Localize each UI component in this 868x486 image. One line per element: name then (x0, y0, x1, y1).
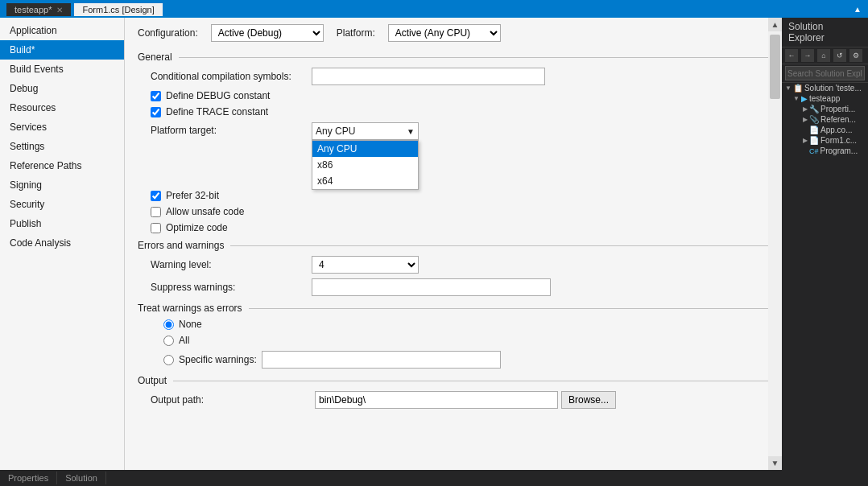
tree-item-references[interactable]: ▶ 📎 Referen... (782, 114, 868, 125)
scroll-down-button[interactable]: ▼ (768, 456, 782, 470)
suppress-warnings-row: Suppress warnings: (151, 278, 769, 296)
settings-button[interactable]: ⚙ (849, 49, 862, 62)
expand-arrow-properties: ▶ (803, 105, 808, 113)
platform-select-top[interactable]: Active (Any CPU) (388, 24, 501, 42)
output-path-input[interactable] (315, 391, 558, 409)
define-trace-row: Define TRACE constant (151, 106, 769, 117)
tree-item-properties[interactable]: ▶ 🔧 Properti... (782, 104, 868, 114)
platform-target-label: Platform target: (151, 122, 312, 136)
define-debug-checkbox[interactable] (151, 91, 161, 101)
errors-warnings-section-header: Errors and warnings (138, 240, 769, 251)
program-icon: C# (809, 147, 819, 155)
home-button[interactable]: ⌂ (817, 49, 830, 62)
warning-level-select[interactable]: 4 (312, 256, 419, 274)
conditional-compilation-input[interactable] (312, 68, 545, 85)
optimize-code-row: Optimize code (151, 222, 769, 233)
solution-explorer-title: Solution Explorer (782, 18, 868, 47)
optimize-code-checkbox[interactable] (151, 223, 161, 233)
treat-warnings-none-row: None (163, 319, 769, 330)
close-tab-testeapp[interactable]: ✕ (56, 6, 63, 14)
conditional-compilation-row: Conditional compilation symbols: (151, 68, 769, 85)
sidebar: Application Build* Build Events Debug Re… (0, 18, 125, 470)
sidebar-item-code-analysis[interactable]: Code Analysis (0, 233, 124, 253)
tree-label-appconfig: App.co... (820, 126, 852, 134)
define-debug-row: Define DEBUG constant (151, 90, 769, 101)
solution-explorer-panel: Solution Explorer ← → ⌂ ↺ ⚙ ▼ 📋 Solution… (782, 18, 868, 470)
general-section-header: General (138, 51, 769, 63)
platform-target-display[interactable]: Any CPU ▼ (312, 122, 419, 140)
sidebar-item-reference-paths[interactable]: Reference Paths (0, 156, 124, 175)
platform-label: Platform: (337, 27, 375, 39)
refresh-button[interactable]: ↺ (833, 49, 846, 62)
properties-tab[interactable]: Properties (0, 472, 57, 484)
sidebar-item-resources[interactable]: Resources (0, 98, 124, 117)
specific-warnings-input[interactable] (262, 351, 501, 369)
sidebar-item-security[interactable]: Security (0, 195, 124, 214)
tab-testeapp[interactable]: testeapp* ✕ (6, 2, 71, 16)
define-trace-checkbox[interactable] (151, 107, 161, 117)
sidebar-item-application[interactable]: Application (0, 21, 124, 40)
solution-icon: 📋 (793, 84, 803, 93)
tree-label-testeapp: testeapp (809, 94, 840, 103)
properties-icon: 🔧 (809, 105, 819, 113)
sidebar-item-build-events[interactable]: Build Events (0, 60, 124, 79)
allow-unsafe-row: Allow unsafe code (151, 206, 769, 217)
suppress-warnings-input[interactable] (312, 278, 551, 296)
prefer-32bit-row: Prefer 32-bit (151, 190, 769, 201)
platform-target-value: Any CPU (316, 126, 407, 137)
tree-label-properties: Properti... (820, 105, 855, 113)
tree-item-testeapp[interactable]: ▼ ▶ testeapp (782, 93, 868, 104)
treat-warnings-none-radio[interactable] (163, 319, 174, 330)
treat-warnings-specific-row: Specific warnings: (163, 351, 769, 369)
output-path-label: Output path: (151, 394, 312, 406)
treat-warnings-all-radio[interactable] (163, 336, 174, 346)
tree-item-appconfig[interactable]: 📄 App.co... (782, 125, 868, 135)
browse-button[interactable]: Browse... (561, 391, 616, 409)
treat-warnings-none-label: None (179, 319, 202, 330)
tree-label-references: Referen... (820, 115, 856, 124)
sidebar-item-build[interactable]: Build* (0, 40, 124, 60)
tree-label-program: Program... (820, 146, 858, 155)
title-bar: testeapp* ✕ Form1.cs [Design] ▲ (0, 0, 868, 18)
platform-dropdown-arrow: ▼ (407, 127, 415, 136)
tree-label-solution: Solution 'teste... (804, 84, 862, 93)
allow-unsafe-checkbox[interactable] (151, 207, 161, 217)
sidebar-item-debug[interactable]: Debug (0, 79, 124, 98)
prefer-32bit-label: Prefer 32-bit (166, 190, 219, 201)
tree-item-program[interactable]: C# Program... (782, 146, 868, 156)
expand-arrow-solution: ▼ (785, 84, 792, 92)
output-path-row: Output path: Browse... (151, 391, 769, 409)
sidebar-item-settings[interactable]: Settings (0, 137, 124, 156)
sidebar-item-signing[interactable]: Signing (0, 175, 124, 195)
define-debug-label: Define DEBUG constant (166, 90, 270, 101)
sidebar-item-services[interactable]: Services (0, 117, 124, 137)
back-button[interactable]: ← (785, 49, 798, 62)
sidebar-item-publish[interactable]: Publish (0, 214, 124, 233)
output-section-header: Output (138, 375, 769, 386)
prefer-32bit-checkbox[interactable] (151, 191, 161, 201)
configuration-select[interactable]: Active (Debug) (211, 24, 324, 42)
allow-unsafe-label: Allow unsafe code (166, 206, 244, 217)
solution-explorer-search (782, 64, 868, 83)
platform-target-row: Platform target: Any CPU ▼ Any CPU x86 x… (151, 122, 769, 140)
suppress-warnings-label: Suppress warnings: (151, 282, 312, 293)
expand-icon[interactable]: ▲ (854, 5, 862, 14)
platform-option-any-cpu[interactable]: Any CPU (312, 141, 418, 157)
solution-tab[interactable]: Solution (57, 472, 106, 484)
scroll-up-button[interactable]: ▲ (768, 18, 782, 31)
tab-form1-design[interactable]: Form1.cs [Design] (74, 2, 162, 16)
forward-button[interactable]: → (801, 49, 814, 62)
treat-warnings-all-label: All (179, 335, 189, 346)
platform-option-x64[interactable]: x64 (312, 173, 418, 189)
platform-option-x86[interactable]: x86 (312, 157, 418, 173)
scroll-thumb[interactable] (770, 35, 780, 99)
treat-warnings-specific-radio[interactable] (163, 355, 174, 365)
tree-item-solution[interactable]: ▼ 📋 Solution 'teste... (782, 83, 868, 93)
warning-level-label: Warning level: (151, 259, 312, 270)
bottom-tabs: Properties Solution (0, 470, 868, 486)
form1-icon: 📄 (809, 136, 819, 145)
content-area: Configuration: Active (Debug) Platform: … (125, 18, 782, 470)
warning-level-row: Warning level: 4 (151, 256, 769, 274)
solution-explorer-search-input[interactable] (785, 66, 865, 80)
tree-item-form1[interactable]: ▶ 📄 Form1.c... (782, 135, 868, 146)
